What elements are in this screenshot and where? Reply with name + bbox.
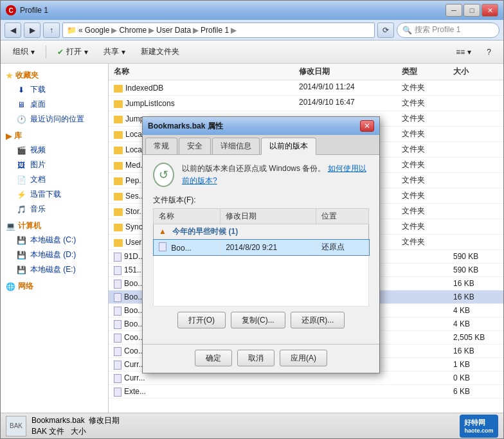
star-icon: ★ <box>6 71 13 80</box>
restore-version-button[interactable]: 还原(R)... <box>291 312 345 328</box>
file-version-label: 文件版本(F): <box>153 195 369 206</box>
sidebar-item-music[interactable]: 🎵 音乐 <box>1 202 108 217</box>
version-row[interactable]: Boo... 2014/8/20 9:21 还原点 <box>154 240 369 255</box>
view-button[interactable]: ≡≡ ▾ <box>449 43 478 61</box>
version-col-name[interactable]: 名称 <box>154 209 221 224</box>
network-icon: 🌐 <box>6 282 15 291</box>
sidebar-item-pictures[interactable]: 🖼 图片 <box>1 157 108 172</box>
version-empty-row <box>154 255 369 307</box>
restore-icon: ↺ <box>153 163 174 187</box>
desktop-icon: 🖥 <box>16 100 26 110</box>
table-row[interactable]: JumpListIcons 2014/9/10 16:47文件夹 <box>109 96 503 111</box>
group-triangle-icon: ▲ <box>159 227 166 236</box>
sidebar-item-download[interactable]: ⬇ 下载 <box>1 82 108 97</box>
search-placeholder: 搜索 Profile 1 <box>415 24 460 35</box>
open-version-button[interactable]: 打开(O) <box>177 312 226 328</box>
ok-button[interactable]: 确定 <box>195 350 232 366</box>
copy-version-button[interactable]: 复制(C)... <box>231 312 285 328</box>
drive-e-icon: 💾 <box>16 265 26 275</box>
sidebar-header-favorites[interactable]: ★ 收藏夹 <box>1 69 108 82</box>
computer-icon: 💻 <box>6 222 15 231</box>
table-row[interactable]: IndexedDB 2014/9/10 11:24文件夹 <box>109 80 503 96</box>
close-button[interactable]: ✕ <box>482 4 498 17</box>
open-button[interactable]: ✔ 打开 ▾ <box>50 43 95 61</box>
version-file-icon <box>159 242 166 251</box>
breadcrumb-google[interactable]: Google <box>85 26 110 35</box>
sidebar-item-drive-c[interactable]: 💾 本地磁盘 (C:) <box>1 233 108 247</box>
refresh-button[interactable]: ⟳ <box>377 22 394 38</box>
up-button[interactable]: ↑ <box>43 22 60 38</box>
video-icon: 🎬 <box>16 145 26 156</box>
sidebar-item-drive-d[interactable]: 💾 本地磁盘 (D:) <box>1 247 108 262</box>
folder-icon <box>114 85 123 93</box>
search-box[interactable]: 🔍 搜索 Profile 1 <box>397 22 500 38</box>
breadcrumb-userdata[interactable]: User Data <box>156 26 191 35</box>
back-button[interactable]: ◀ <box>4 22 21 38</box>
sidebar-item-drive-e[interactable]: 💾 本地磁盘 (E:) <box>1 262 108 277</box>
status-filetype: BAK 文件 <box>32 427 64 436</box>
share-button[interactable]: 共享 ▾ <box>96 43 132 61</box>
breadcrumb-chrome[interactable]: Chrome <box>119 26 147 35</box>
search-icon: 🔍 <box>402 26 412 35</box>
tab-general[interactable]: 常规 <box>145 138 177 154</box>
minimize-button[interactable]: ─ <box>446 4 462 17</box>
new-folder-label: 新建文件夹 <box>141 46 179 57</box>
share-label: 共享 <box>104 46 119 57</box>
library-expand-icon: ▶ <box>6 132 12 141</box>
open-label: 打开 <box>66 46 82 57</box>
sidebar-header-computer[interactable]: 💻 计算机 <box>1 219 108 233</box>
col-size[interactable]: 大小 <box>453 66 498 77</box>
tab-details[interactable]: 详细信息 <box>212 138 260 154</box>
check-icon: ✔ <box>57 48 64 57</box>
music-icon: 🎵 <box>16 204 26 215</box>
library-label: 库 <box>14 130 22 141</box>
dialog-title: Bookmarks.bak 属性 <box>148 121 223 132</box>
computer-label: 计算机 <box>18 220 41 231</box>
tab-previous-versions[interactable]: 以前的版本 <box>261 138 316 155</box>
apply-button[interactable]: 应用(A) <box>280 350 327 366</box>
video-label: 视频 <box>30 145 46 156</box>
sidebar-header-library[interactable]: ▶ 库 <box>1 129 108 143</box>
music-label: 音乐 <box>30 204 46 215</box>
new-folder-button[interactable]: 新建文件夹 <box>134 43 186 61</box>
maximize-button[interactable]: □ <box>464 4 480 17</box>
sidebar-item-documents[interactable]: 📄 文档 <box>1 172 108 187</box>
col-date[interactable]: 修改日期 <box>299 66 402 77</box>
breadcrumb-sep-3: ▶ <box>193 26 199 35</box>
breadcrumb-profile[interactable]: Profile 1 <box>201 26 229 35</box>
sidebar-item-recent[interactable]: 🕐 最近访问的位置 <box>1 112 108 127</box>
table-row[interactable]: Exte... 6 KB <box>109 385 503 399</box>
folder-icon <box>114 162 123 170</box>
col-type[interactable]: 类型 <box>402 66 453 77</box>
sidebar-item-video[interactable]: 🎬 视频 <box>1 143 108 157</box>
haote-url: haote.com <box>464 427 493 434</box>
breadcrumb[interactable]: 📁 « Google ▶ Chrome ▶ User Data ▶ Profil… <box>62 22 375 38</box>
forward-button[interactable]: ▶ <box>24 22 40 38</box>
view-icon: ≡≡ <box>456 48 465 57</box>
col-name[interactable]: 名称 <box>114 66 299 77</box>
tab-security[interactable]: 安全 <box>179 138 211 154</box>
dialog-main-footer: 确定 取消 应用(A) <box>143 344 379 373</box>
sidebar-item-thunder[interactable]: ⚡ 迅雷下载 <box>1 187 108 202</box>
help-button[interactable]: ? <box>480 43 498 61</box>
dialog-body: ↺ 以前的版本来自还原点或 Windows 备份。 如何使用以前的版本? 文件版… <box>143 155 379 344</box>
organize-label: 组织 <box>13 46 28 57</box>
folder-icon <box>114 208 123 216</box>
cancel-button[interactable]: 取消 <box>237 350 274 366</box>
organize-button[interactable]: 组织 ▾ <box>6 43 42 61</box>
version-location: 还原点 <box>316 240 369 255</box>
dialog-close-button[interactable]: ✕ <box>360 120 374 132</box>
file-icon <box>114 307 122 316</box>
file-icon <box>114 266 122 275</box>
title-bar: C Profile 1 ─ □ ✕ <box>1 1 503 20</box>
version-col-date[interactable]: 修改日期 <box>221 209 316 224</box>
view-chevron-icon: ▾ <box>467 48 471 57</box>
dialog-info-text: 以前的版本来自还原点或 Windows 备份。 如何使用以前的版本? <box>182 163 369 187</box>
sidebar-item-desktop[interactable]: 🖥 桌面 <box>1 97 108 112</box>
file-icon <box>114 253 122 262</box>
drive-c-label: 本地磁盘 (C:) <box>30 235 76 246</box>
version-col-location[interactable]: 位置 <box>316 209 369 224</box>
sidebar-header-network[interactable]: 🌐 网络 <box>1 280 108 293</box>
title-bar-left: C Profile 1 <box>6 5 48 15</box>
file-icon <box>114 280 122 289</box>
